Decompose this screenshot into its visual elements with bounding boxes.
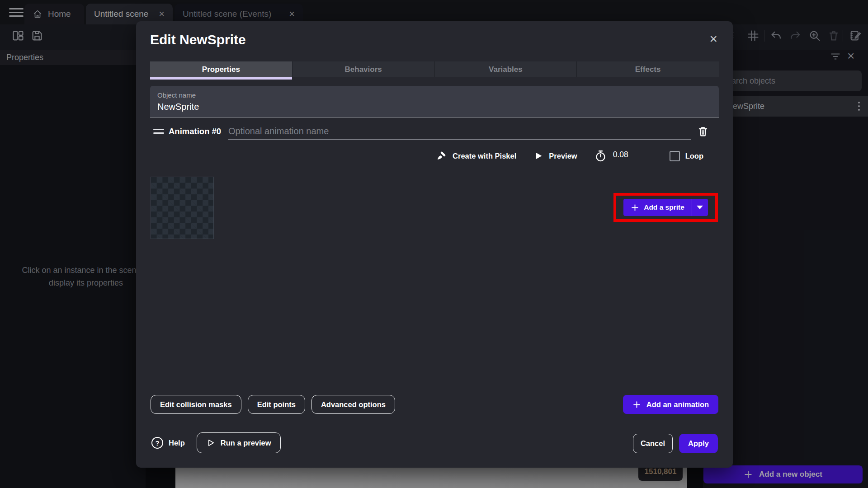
delete-animation-icon[interactable]: [697, 125, 709, 138]
dialog-title: Edit NewSprite: [150, 32, 246, 47]
object-name-field-label: Object name: [157, 91, 712, 99]
cancel-button[interactable]: Cancel: [633, 434, 673, 453]
apply-button[interactable]: Apply: [679, 434, 718, 453]
add-sprite-main[interactable]: Add a sprite: [623, 199, 692, 216]
add-sprite-dropdown[interactable]: [692, 199, 708, 216]
gdevelop-app: Home Untitled scene × Untitled scene (Ev…: [0, 0, 868, 488]
sprite-frame-placeholder[interactable]: [151, 177, 214, 239]
run-preview-button[interactable]: Run a preview: [197, 432, 281, 453]
time-between-frames-input[interactable]: [613, 150, 660, 162]
preview-button[interactable]: Preview: [549, 152, 577, 160]
caret-down-icon: [697, 206, 703, 209]
edit-points-button[interactable]: Edit points: [248, 395, 305, 414]
add-sprite-button[interactable]: Add a sprite: [623, 199, 708, 216]
animation-row: Animation #0: [150, 123, 719, 141]
help-icon: ?: [151, 437, 163, 449]
animation-name-input[interactable]: [228, 123, 691, 140]
advanced-options-button[interactable]: Advanced options: [311, 395, 395, 414]
tutorial-highlight-box: Add a sprite: [613, 193, 718, 222]
tab-behaviors[interactable]: Behaviors: [292, 61, 434, 77]
object-name-field[interactable]: Object name: [150, 86, 719, 117]
drag-handle-icon[interactable]: [153, 129, 164, 136]
play-outline-icon: [206, 438, 215, 447]
stopwatch-icon: [594, 150, 607, 162]
help-button[interactable]: ? Help: [151, 437, 185, 449]
brush-icon: [435, 150, 447, 162]
edit-object-dialog: Edit NewSprite × Properties Behaviors Va…: [136, 21, 733, 468]
loop-label: Loop: [685, 152, 703, 160]
animation-label: Animation #0: [169, 127, 221, 136]
tab-properties[interactable]: Properties: [150, 61, 292, 77]
dialog-footer-left: ? Help Run a preview: [151, 432, 281, 453]
plus-icon: [632, 400, 641, 409]
plus-icon: [631, 203, 639, 212]
close-dialog-icon[interactable]: ×: [709, 31, 717, 47]
edit-collision-masks-button[interactable]: Edit collision masks: [151, 395, 241, 414]
create-with-piskel-button[interactable]: Create with Piskel: [453, 152, 516, 160]
tab-variables[interactable]: Variables: [434, 61, 577, 77]
object-name-input[interactable]: [157, 102, 712, 112]
add-animation-button[interactable]: Add an animation: [623, 395, 718, 414]
animation-controls: Create with Piskel Preview Loop: [435, 149, 703, 163]
dialog-footer-right: Cancel Apply: [633, 434, 718, 453]
sprite-tools-row: Edit collision masks Edit points Advance…: [151, 395, 395, 414]
dialog-tabs: Properties Behaviors Variables Effects: [150, 61, 719, 80]
loop-checkbox[interactable]: [670, 151, 680, 161]
tab-effects[interactable]: Effects: [576, 61, 719, 77]
play-icon: [533, 151, 543, 161]
